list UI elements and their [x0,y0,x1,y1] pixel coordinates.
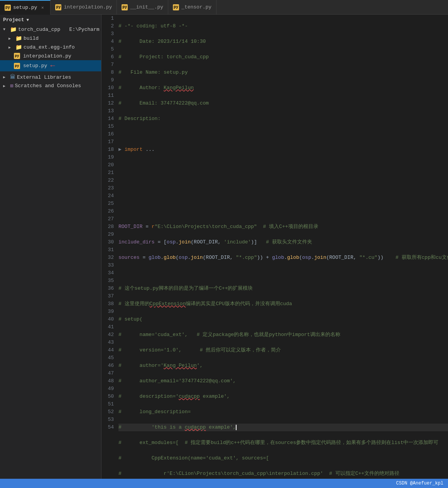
ext-lib-icon: 🏛 [10,74,15,80]
expand-icon-root: ▼ [3,27,8,32]
status-text: CSDN @Anefuer_kpl [396,481,443,486]
expand-icon-scratches: ▶ [3,84,8,88]
tab-bar: py setup.py ✕ py interpolation.py py __i… [0,0,448,15]
tab-label-setup: setup.py [13,5,37,10]
tab-label-interpolation: interpolation.py [64,4,112,10]
py-file-icon-interpolation: py [14,53,20,59]
tree-item-interpolation-py[interactable]: py interpolation.py [0,52,101,60]
tree-label-interpolation: interpolation.py [23,53,71,59]
tree-label-egg: cuda_ext.egg-info [24,44,75,50]
editor[interactable]: 12345 678910 1112131415 1617181920 21222… [101,15,448,479]
code-content[interactable]: # -*- coding: utf-8 -*- # Date: 2023/11/… [117,15,448,479]
expand-icon-build: ▶ [8,36,14,41]
tab-interpolation-py[interactable]: py interpolation.py [51,0,117,15]
py-icon-setup: py [5,5,11,11]
tree-item-build[interactable]: ▶ 📁 build [0,34,101,43]
sidebar: Project ▼ ▼ 📁 torch_cuda_cpp E:\Pycharm … [0,15,101,479]
tree-label-root: torch_cuda_cpp E:\Pycharm [18,27,100,32]
tab-close-setup[interactable]: ✕ [39,5,46,11]
py-icon-tensor: py [173,4,179,10]
tree-label-scratches: Scratches and Consoles [15,83,81,89]
tree-label-setup: setup.py [23,63,47,69]
tree-label-build: build [24,35,39,41]
py-icon-init: py [122,4,128,10]
sidebar-title: Project [3,17,24,23]
tree-item-egg-info[interactable]: ▶ 📁 cuda_ext.egg-info [0,43,101,52]
main-area: Project ▼ ▼ 📁 torch_cuda_cpp E:\Pycharm … [0,15,448,479]
arrow-indicator: ← [50,61,55,70]
folder-icon-root: 📁 [10,26,17,33]
tab-tensor-py[interactable]: py _tensor.py [168,0,216,15]
status-bar: CSDN @Anefuer_kpl [0,479,448,488]
folder-icon-egg: 📁 [15,44,22,51]
tree-item-scratches[interactable]: ▶ ⊞ Scratches and Consoles [0,81,101,90]
code-area: 12345 678910 1112131415 1617181920 21222… [101,15,448,479]
py-file-icon-setup: py [14,63,20,69]
sidebar-header[interactable]: Project ▼ [0,15,101,25]
tab-setup-py[interactable]: py setup.py ✕ [0,0,51,15]
tree-item-project-root[interactable]: ▼ 📁 torch_cuda_cpp E:\Pycharm [0,25,101,34]
tree-item-external-libs[interactable]: ▶ 🏛 External Libraries [0,73,101,81]
tree-label-extlibs: External Libraries [17,74,71,80]
tab-label-tensor: _tensor.py [181,4,211,10]
line-numbers: 12345 678910 1112131415 1617181920 21222… [101,15,117,479]
scratch-icon: ⊞ [10,83,13,89]
folder-icon-build: 📁 [15,35,22,42]
tree-item-setup-py[interactable]: py setup.py ← [0,60,101,71]
py-icon-interpolation: py [55,4,61,10]
chevron-down-icon: ▼ [27,18,29,22]
expand-icon-extlibs: ▶ [3,75,8,79]
tab-label-init: __init__.py [130,4,163,10]
tab-init-py[interactable]: py __init__.py [117,0,168,15]
expand-icon-egg: ▶ [8,45,14,50]
